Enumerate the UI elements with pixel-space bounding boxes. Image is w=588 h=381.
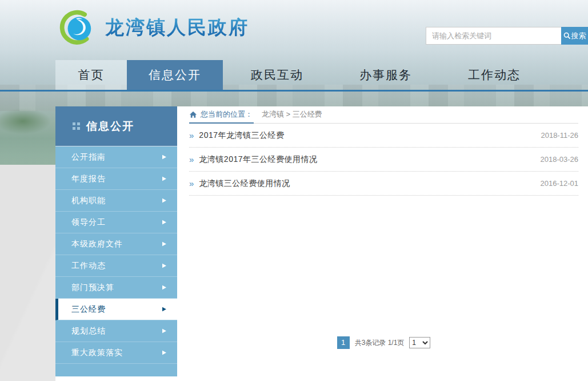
chevron-right-icon: ▶ — [162, 220, 167, 225]
double-arrow-icon: » — [189, 130, 194, 140]
chevron-right-icon: ▶ — [162, 285, 167, 291]
breadcrumb-path: 龙湾镇 > 三公经费 — [262, 109, 322, 123]
search-bar: 搜索 — [426, 27, 588, 45]
site-logo-icon — [59, 10, 95, 45]
double-arrow-icon: » — [189, 154, 194, 164]
sidebar: 信息公开 公开指南 ▶ 年度报告 ▶ 机构职能 ▶ 领导分工 ▶ 本级政府文件 … — [55, 106, 177, 381]
sidebar-item-open-guide[interactable]: 公开指南 ▶ — [55, 146, 177, 168]
search-button[interactable]: 搜索 — [561, 27, 588, 45]
home-icon — [189, 111, 197, 118]
main-panel: 您当前的位置： 龙湾镇 > 三公经费 » 2017年龙湾镇三公经费 2018-1… — [177, 106, 588, 381]
chevron-right-icon: ▶ — [162, 176, 167, 182]
sidebar-title: 信息公开 — [55, 106, 177, 146]
search-input[interactable] — [426, 27, 561, 45]
chevron-right-icon: ▶ — [162, 241, 167, 247]
nav-tab-services[interactable]: 办事服务 — [331, 60, 440, 90]
chevron-right-icon: ▶ — [162, 198, 167, 204]
site-header: 龙湾镇人民政府 搜索 — [0, 0, 588, 60]
sidebar-item-leadership[interactable]: 领导分工 ▶ — [55, 212, 177, 233]
article-title-link[interactable]: 龙湾镇三公经费使用情况 — [199, 178, 540, 189]
sidebar-item-gov-documents[interactable]: 本级政府文件 ▶ — [55, 233, 177, 255]
site-title: 龙湾镇人民政府 — [105, 15, 249, 41]
breadcrumb-label: 您当前的位置： — [201, 109, 253, 120]
article-title-link[interactable]: 2017年龙湾镇三公经费 — [199, 130, 541, 141]
main-nav: 首页 信息公开 政民互动 办事服务 工作动态 — [0, 60, 588, 92]
sidebar-item-major-policy[interactable]: 重大政策落实 ▶ — [55, 342, 177, 364]
sidebar-item-annual-report[interactable]: 年度报告 ▶ — [55, 168, 177, 190]
article-date: 2018-11-26 — [541, 131, 578, 140]
content-area: 信息公开 公开指南 ▶ 年度报告 ▶ 机构职能 ▶ 领导分工 ▶ 本级政府文件 … — [55, 106, 588, 381]
article-row[interactable]: » 龙湾镇三公经费使用情况 2016-12-01 — [189, 172, 578, 196]
breadcrumb: 您当前的位置： 龙湾镇 > 三公经费 — [189, 108, 578, 124]
sidebar-title-label: 信息公开 — [86, 119, 134, 134]
chevron-right-icon: ▶ — [162, 154, 167, 160]
page-number-button[interactable]: 1 — [337, 336, 350, 349]
pagination-summary: 共3条记录 1/1页 — [355, 338, 405, 348]
nav-tab-home[interactable]: 首页 — [55, 60, 127, 90]
chevron-right-icon: ▶ — [162, 328, 167, 334]
sidebar-item-work-news[interactable]: 工作动态 ▶ — [55, 255, 177, 277]
article-row[interactable]: » 龙湾镇2017年三公经费使用情况 2018-03-26 — [189, 148, 578, 172]
sidebar-item-org-functions[interactable]: 机构职能 ▶ — [55, 190, 177, 212]
chevron-right-icon: ▶ — [162, 350, 167, 356]
chevron-right-icon: ▶ — [162, 263, 167, 269]
nav-tab-work-news[interactable]: 工作动态 — [440, 60, 549, 90]
nav-tab-public-interaction[interactable]: 政民互动 — [223, 60, 331, 90]
page-select[interactable]: 1 — [409, 337, 430, 348]
grid-squares-icon — [73, 122, 81, 130]
sidebar-item-planning-summary[interactable]: 规划总结 ▶ — [55, 320, 177, 342]
article-row[interactable]: » 2017年龙湾镇三公经费 2018-11-26 — [189, 124, 578, 148]
article-date: 2018-03-26 — [541, 155, 579, 164]
double-arrow-icon: » — [189, 178, 194, 188]
sidebar-item-budget[interactable]: 部门预决算 ▶ — [55, 277, 177, 299]
sidebar-item-partial[interactable] — [55, 364, 177, 376]
page: 龙湾镇人民政府 搜索 首页 信息公开 政民互动 办事服务 工作动态 — [0, 0, 588, 381]
search-icon — [563, 32, 571, 39]
article-title-link[interactable]: 龙湾镇2017年三公经费使用情况 — [199, 154, 540, 165]
nav-tab-info-disclosure[interactable]: 信息公开 — [127, 60, 223, 90]
pagination: 1 共3条记录 1/1页 1 — [189, 336, 578, 349]
article-date: 2016-12-01 — [541, 179, 579, 188]
sidebar-item-three-public-funds[interactable]: 三公经费 ▶ — [55, 299, 177, 320]
chevron-right-icon: ▶ — [162, 307, 167, 312]
search-button-label: 搜索 — [571, 31, 586, 41]
